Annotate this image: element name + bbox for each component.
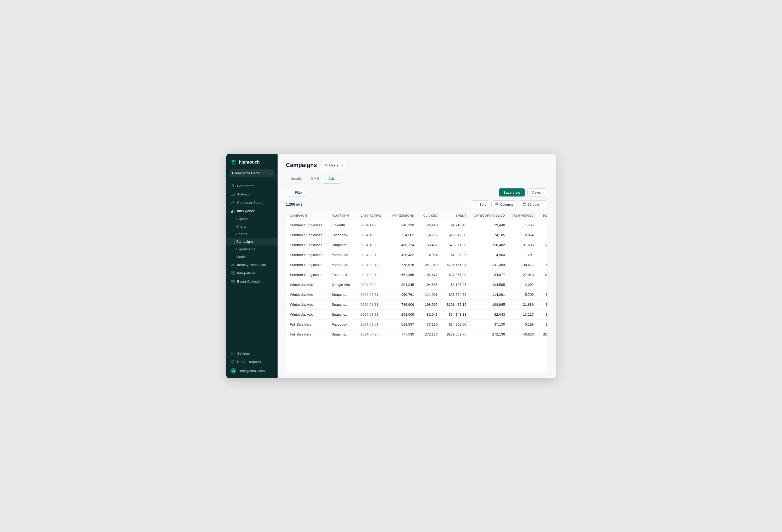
cell-platform: LinkedIn [328,220,357,230]
logo-icon [231,159,237,165]
cell-impressions: 496,432 [388,250,418,260]
table-row: Winter Jackets Google Ads 2024-09-04 804… [286,280,547,290]
tab-emails[interactable]: Emails [286,174,306,183]
sidebar-sub-item-charts[interactable]: Charts [226,223,278,230]
cell-spent: $54,148.38 [441,310,470,320]
sidebar-item-activation[interactable]: Activation [226,190,278,198]
cell-campaign: Summer Sunglasses [286,270,328,280]
sidebar-sub-item-metrics[interactable]: Metrics [226,253,278,260]
table-row: Winter Jackets Snapchat 2024-08-31 950,7… [286,290,547,300]
sort-button[interactable]: Sort [471,201,489,208]
sidebar-item-get-started[interactable]: Get started [226,182,278,190]
sidebar-item-integrations[interactable]: Integrations [226,269,278,277]
sidebar-sub-item-boards[interactable]: Boards [226,230,278,238]
sidebar-sub-item-explore[interactable]: Explore [226,215,278,223]
sidebar-item-identity-resolution[interactable]: Identity Resolution [226,260,278,269]
views-button[interactable]: Views ‹ [527,188,547,197]
cell-clicked: 37,130 [418,320,441,329]
cell-last-active: 2024-10-29 [357,240,388,250]
cell-campaign: Winter Jackets [286,280,328,290]
sidebar-item-docs[interactable]: Docs + support [226,357,278,366]
cell-clicked: 29,440 [418,220,441,230]
cell-platform: Snapchat [328,290,357,300]
col-header-revenue[interactable]: Reve... [537,211,547,220]
cell-last-active: 2024-08-31 [357,300,388,310]
cell-platform: Yahoo Ads [328,260,357,270]
cell-spent: $101,472.15 [441,300,470,310]
col-header-platform[interactable]: Platform [328,211,357,220]
avatar: LJ [230,368,236,374]
sidebar-item-event-collection[interactable]: Event Collection [226,277,278,286]
sidebar-sub-item-campaigns[interactable]: Campaigns [226,238,278,245]
col-header-campaign[interactable]: Campaign [286,211,328,220]
col-header-last-active[interactable]: Last Active [357,211,388,220]
filter-button[interactable]: Filter [286,188,307,197]
cell-revenue: $80... [537,300,547,310]
cell-category-viewed: 158,482 [470,240,509,250]
cell-platform: Facebook [328,230,357,240]
cell-item-viewed: 40,820 [509,329,537,340]
cell-spent: $93,554.62 [441,290,470,300]
cell-category-viewed: 37,130 [470,320,509,329]
cell-clicked: 104,565 [418,280,441,290]
views-label: Views [531,190,541,194]
cell-clicked: 84,677 [418,270,441,280]
chevron-left-icon: ‹ [542,191,543,194]
columns-label: Columns [500,203,513,206]
logo-text: hightouch [239,159,259,165]
sidebar-item-label: Customer Studio [237,201,263,205]
cell-campaign: Summer Sunglasses [286,230,328,240]
cell-platform: Snapchat [328,240,357,250]
user-email: linda@email.com [239,369,265,373]
sidebar-item-intelligence[interactable]: Intelligence [226,207,278,215]
cell-category-viewed: 29,440 [470,220,509,230]
cell-impressions: 651,365 [388,270,418,280]
workspace-selector[interactable]: Ecommerce Demo ⌄ [229,169,275,177]
cell-spent: $179,609.76 [441,329,470,340]
cell-impressions: 224,562 [388,230,418,240]
col-header-category-viewed[interactable]: Category Viewed [470,211,509,220]
svg-rect-12 [231,272,233,273]
col-header-clicked[interactable]: Clicked [418,211,441,220]
sidebar-item-label: Get started [237,184,255,188]
cell-platform: Facebook [328,270,357,280]
col-header-item-viewed[interactable]: Item Viewed [509,211,537,220]
ads-count: 1,206 ads [286,202,303,206]
col-header-spent[interactable]: Spent [441,211,470,220]
sidebar-bottom: Settings Docs + support LJ linda@email.c… [226,346,278,378]
table-row: Summer Sunglasses Yahoo Ads 2024-09-19 4… [286,250,547,260]
cell-campaign: Fall Sweaters [286,329,328,340]
cell-last-active: 2024-08-11 [357,310,388,320]
cell-item-viewed: 21,886 [509,300,537,310]
sidebar-nav: Get started Activation [226,181,278,346]
chevron-updown-icon: ⇅ [340,163,343,167]
cell-clicked: 74,105 [418,230,441,240]
cell-platform: Snapchat [328,329,357,340]
tab-ads[interactable]: Ads [324,174,339,183]
sidebar-sub-item-experiments[interactable]: Experiments [226,245,278,253]
cell-item-viewed: 38,617 [509,260,537,270]
sidebar-sub-label: Metrics [236,255,247,259]
sidebar-item-customer-studio[interactable]: Customer Studio [226,198,278,207]
cell-category-viewed: 74,105 [470,230,509,240]
sidebar-item-settings[interactable]: Settings [226,349,278,357]
columns-button[interactable]: Columns [491,201,517,208]
cell-category-viewed: 82,043 [470,310,509,320]
col-header-impressions[interactable]: Impressions [388,211,418,220]
cell-item-viewed: 5,705 [509,290,537,300]
save-view-button[interactable]: Save view [499,188,525,197]
cell-campaign: Summer Sunglasses [286,250,328,260]
cell-impressions: 736,906 [388,300,418,310]
cell-last-active: 2024-08-31 [357,290,388,300]
cell-spent: $76,071.36 [441,240,470,250]
svg-point-17 [232,353,233,354]
users-selector[interactable]: ❄ Users ⇅ [321,161,346,169]
tab-sms[interactable]: SMS [306,174,324,183]
days-selector[interactable]: 30 days ⇅ [519,201,547,208]
table-row: Summer Sunglasses LinkedIn 2024-11-26 24… [286,220,547,230]
columns-icon [495,202,498,206]
svg-rect-0 [232,160,234,162]
cell-spent: $4,710.40 [441,220,470,230]
cell-revenue: $1,2... [537,240,547,250]
user-profile[interactable]: LJ linda@email.com [226,366,278,376]
